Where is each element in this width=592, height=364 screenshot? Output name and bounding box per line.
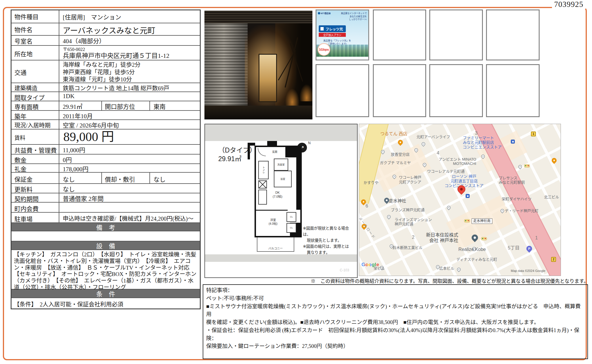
row-value: 1DK xyxy=(59,92,200,101)
room-label-genkan: 玄関 xyxy=(272,150,277,154)
speed-badge: 1Gbps xyxy=(318,43,330,56)
map-photo-disclaimer: ※ この資料は物件の概略紹介資料になります。写真、間取図面、設備、概要などが現況… xyxy=(202,277,589,284)
flyer-caption-strip xyxy=(316,57,368,60)
map-label: ガクブチ マルミヤ xyxy=(380,161,411,165)
map-label: 4 xyxy=(437,150,439,156)
all-units-plan-badge: 全戸加入プラン xyxy=(319,33,346,37)
map-label: 走水神社南 xyxy=(472,218,492,224)
map-label: 放香堂分店 xyxy=(391,152,410,157)
remarks-line: ペット:不可/事務所:不可 xyxy=(206,295,585,303)
floorplan-margin xyxy=(205,124,357,141)
photo-placeholder xyxy=(486,9,540,60)
postal-code: 〒650-0022 xyxy=(63,46,200,52)
map-label: ライオンズマンション 神戸元町通 xyxy=(394,218,432,226)
row-value: 0円 xyxy=(59,155,200,163)
unit-area: 29.91㎡ xyxy=(218,155,256,163)
bluesq-map-pin xyxy=(511,140,515,144)
photo-placeholder xyxy=(429,64,483,117)
table-row-renewal: 更新料 なし xyxy=(12,183,200,193)
map-label: プレサンス みなと元町駅前 xyxy=(499,176,525,185)
special-remarks-box: 特記事項： ペット:不可/事務所:不可 ■ミストサウナ付浴室暖房乾燥機(ミストカ… xyxy=(203,284,588,359)
table-row-status: 現況/入居時期 空室 / 2026年6月中旬 xyxy=(12,119,200,129)
notes-body xyxy=(12,231,200,241)
row-label: 交通 xyxy=(12,60,59,83)
photo-placeholder xyxy=(373,64,426,117)
floorplan-disclaimer: ※図面が現状と異なる場合は、 現状優先とします。 ※図面の縮尺は、実際とは 異な… xyxy=(303,226,356,256)
photo-placeholder xyxy=(316,64,369,117)
map-label: 元町アーバンライフ xyxy=(417,135,450,139)
row-label: 敷金 xyxy=(12,155,59,163)
room-bath: 浴室 xyxy=(274,171,292,187)
table-row-guarantee: 保証金 なし 償却・敷引 なし xyxy=(12,172,200,183)
remarks-line: 欄を確認・変更ください(金額は税込)。■退去時ハウスクリーニング費用38,500… xyxy=(206,319,585,327)
row-value: [住居用] マンション xyxy=(59,10,200,23)
mp-map-pin xyxy=(386,214,391,219)
table-row-access: 交通 海岸線「みなと元町」徒歩2分 神戸東西線「花隈」徒歩5分 東海道線「元町」… xyxy=(12,60,200,83)
photo-placeholder xyxy=(373,9,426,60)
unit-type: （Dタイプ） xyxy=(218,146,256,155)
section-header-notes: 備 考 xyxy=(12,222,200,231)
mp-map-pin xyxy=(413,148,419,153)
address: 兵庫県神戸市中央区元町通５丁目1-12 xyxy=(63,52,200,60)
remarks-line: 保険要加入・鍵ローテーション作業費：27,500円（契約時） xyxy=(206,342,585,350)
map-label: 広本ビル xyxy=(439,266,454,271)
badge-map-pin: 2 xyxy=(551,257,556,262)
flets-hikari-badge: フレッツ光 xyxy=(319,25,346,32)
map-label: ディナスティみなと元町 xyxy=(456,257,497,262)
facing-value: 東南 xyxy=(150,101,200,110)
partition-wall xyxy=(256,210,288,211)
mp-map-pin xyxy=(392,174,397,179)
map-label: 走水神社 xyxy=(389,198,406,203)
coffee-map-pin xyxy=(551,157,558,164)
row-label: 間取タイプ xyxy=(12,92,59,101)
table-row-deposit: 敷金 0円 xyxy=(12,154,200,163)
traffic-map-pin xyxy=(524,164,530,167)
remarks-title: 特記事項： xyxy=(206,287,585,295)
area-value: 29.91㎡ xyxy=(59,101,102,110)
row-value: 海岸線「みなと元町」徒歩2分 神戸東西線「花隈」徒歩5分 東海道線「元町」徒歩1… xyxy=(59,60,200,83)
property-name: アーバネックスみなと元町 xyxy=(59,23,200,35)
row-value: 空室 / 2026年6月中旬 xyxy=(59,120,200,129)
property-sheet: 7039925 物件種目 [住居用] マンション 物件名 アーバネックスみなと元… xyxy=(0,0,592,364)
map-label: 3 xyxy=(475,130,478,136)
row-label: 駐車場 xyxy=(12,213,59,222)
table-row-rent: 賃料 89,000 円 xyxy=(12,129,200,144)
map-label: 鈴木断熱工業ビル xyxy=(392,245,422,250)
row-value: 178,000円 xyxy=(59,164,200,172)
table-row-contract: 契約期間 普通借家 2年間 xyxy=(12,193,200,202)
photo-canopy xyxy=(204,11,312,23)
row-label: 物件名 xyxy=(12,23,59,35)
row-label: 礼金 xyxy=(12,164,59,172)
photo-uplight xyxy=(285,88,299,106)
mp-map-pin xyxy=(456,267,461,272)
table-row-area: 専有面積 29.91㎡ 開口部方位 東南 xyxy=(12,101,200,110)
table-row-association: 町内会費 xyxy=(12,202,200,212)
map-label: 6 xyxy=(365,203,368,209)
map-overlay: つるてん 西店元町アーバンライフ3ファミリーマート みなと元町駅前店 コンビニエ… xyxy=(359,124,561,276)
map-label: アンビエント MINATO MOTOMACHI xyxy=(439,157,476,166)
traffic-map-pin xyxy=(481,237,487,240)
photo-placeholder xyxy=(486,64,540,117)
row-label: 町内会費 xyxy=(12,203,59,212)
map-label: ワコーレ神戸 元町アクシア xyxy=(399,175,422,184)
kitchen-fixture xyxy=(258,190,267,205)
table-row-fees: 共益費・管理費 11,000円 xyxy=(12,144,200,154)
section-header-equipment: 設 備 xyxy=(12,241,200,249)
row-label: 保証金 xyxy=(12,173,59,183)
row-label: 更新料 xyxy=(12,184,59,193)
balcony: バルコニー xyxy=(257,237,294,252)
internet-flyer: NTT西日本 高品質なインターネットで あなたの新生活を しっかりサポート! フ… xyxy=(316,9,369,60)
property-table: 物件種目 [住居用] マンション 物件名 アーバネックスみなと元町 号室名 40… xyxy=(11,9,201,309)
table-row-name: 物件名 アーバネックスみなと元町 xyxy=(12,23,200,35)
table-row-layout: 間取タイプ 1DK xyxy=(12,92,200,101)
map-label: Realize Kobe xyxy=(458,247,486,252)
wall-stub xyxy=(267,141,277,146)
table-row-address: 所在地 〒650-0022 兵庫県神戸市中央区元町通５丁目1-12 xyxy=(12,45,200,60)
row-label: 建築構造 xyxy=(12,83,59,92)
row-value xyxy=(59,203,200,212)
badge-map-pin: 1 xyxy=(531,132,536,136)
photo-ground xyxy=(204,106,312,119)
photo-wall-slats xyxy=(204,11,248,119)
row-value: なし xyxy=(59,184,200,193)
map-label: 北三ビル xyxy=(544,195,559,199)
